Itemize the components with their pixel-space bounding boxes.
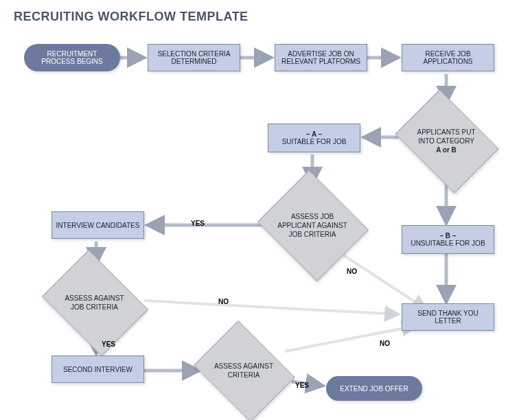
node-label: ADVERTISE JOB ON RELEVANT PLATFORMS [278, 50, 364, 65]
node-top-label: – A – [306, 130, 322, 138]
node-unsuitable: – B –UNSUITABLE FOR JOB [402, 225, 494, 254]
node-receive: RECEIVE JOB APPLICATIONS [402, 44, 494, 71]
node-second-interview: SECOND INTERVIEW [51, 355, 144, 383]
node-sub-label: A or B [436, 146, 457, 154]
flowchart-canvas: RECRUITING WORKFLOW TEMPLATE [0, 0, 519, 420]
node-label: ASSESS AGAINST CRITERIA [209, 362, 278, 380]
node-thank-you: SEND THANK YOU LETTER [402, 303, 494, 331]
node-label: UNSUITABLE FOR JOB [411, 240, 485, 247]
node-label: RECEIVE JOB APPLICATIONS [405, 50, 491, 65]
node-label: SELECTION CRITERIA DETERMINED [151, 50, 237, 65]
node-assess-applicant: ASSESS JOB APPLICANT AGAINST JOB CRITERI… [275, 187, 350, 263]
node-label: APPLICANTS PUT INTO CATEGORY [417, 128, 475, 145]
node-advertise: ADVERTISE JOB ON RELEVANT PLATFORMS [275, 44, 367, 71]
node-suitable: – A –SUITABLE FOR JOB [268, 124, 360, 152]
node-category-decision: APPLICANTS PUT INTO CATEGORYA or B [412, 106, 481, 175]
edge-label-yes: YES [295, 382, 309, 389]
edge-label-no: NO [347, 268, 357, 275]
node-assess-criteria-3: ASSESS AGAINST CRITERIA [209, 336, 278, 405]
page-title: RECRUITING WORKFLOW TEMPLATE [14, 10, 249, 24]
node-assess-criteria-2: ASSESS AGAINST JOB CRITERIA [58, 266, 130, 338]
edge-label-yes: YES [191, 220, 205, 227]
node-top-label: – B – [440, 232, 457, 240]
node-extend-offer: EXTEND JOB OFFER [326, 376, 422, 401]
node-selection-criteria: SELECTION CRITERIA DETERMINED [148, 44, 240, 71]
node-label: RECRUITMENT PROCESS BEGINS [31, 50, 113, 65]
node-interview: INTERVIEW CANDIDATES [51, 211, 144, 239]
node-label: ASSESS JOB APPLICANT AGAINST JOB CRITERI… [275, 212, 350, 239]
node-label: EXTEND JOB OFFER [340, 385, 408, 393]
edge-label-no: NO [380, 340, 390, 347]
node-label: SEND THANK YOU LETTER [405, 310, 491, 325]
svg-line-14 [285, 326, 415, 351]
edge-label-yes: YES [102, 340, 115, 348]
node-start: RECRUITMENT PROCESS BEGINS [24, 44, 120, 71]
node-label: ASSESS AGAINST JOB CRITERIA [58, 294, 130, 312]
svg-line-11 [144, 301, 398, 314]
node-label: SECOND INTERVIEW [63, 366, 132, 373]
node-label: SUITABLE FOR JOB [282, 138, 347, 145]
node-label: INTERVIEW CANDIDATES [56, 222, 140, 229]
edge-label-no: NO [218, 298, 229, 305]
